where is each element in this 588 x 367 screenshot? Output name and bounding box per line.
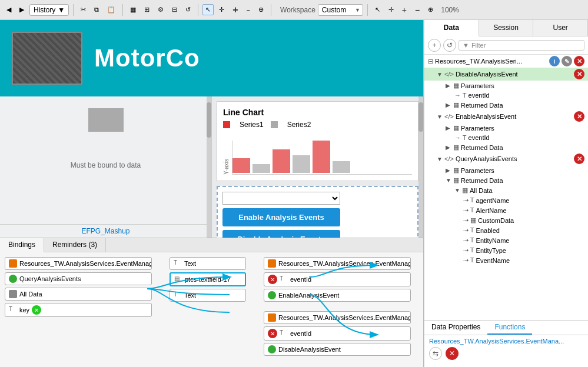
move2-button[interactable]: ✛ <box>386 4 397 15</box>
history-dropdown[interactable]: History ▼ <box>29 4 69 16</box>
tree-item-disable-eventid[interactable]: → T eventId <box>424 91 588 100</box>
bind-label-textfield: ptcs-textfield-17 <box>185 276 231 283</box>
cut-button[interactable]: ✂ <box>78 4 89 15</box>
forward-button[interactable]: ▶ <box>16 4 27 15</box>
disable-expand[interactable]: ▼ <box>437 71 443 78</box>
enable-expand[interactable]: ▼ <box>437 114 443 120</box>
enable-params-expand[interactable]: ▶ <box>446 125 451 131</box>
tree-item-disable-returned[interactable]: ▶ ▦ Returned Data <box>424 100 588 110</box>
tree-item-EntityName[interactable]: ⇢ T EntityName <box>424 235 588 245</box>
tree-item-EventName[interactable]: ⇢ T EventName <box>424 255 588 265</box>
bind-box-eventid2: ✕ T eventId <box>264 326 411 341</box>
disable-delete-btn[interactable]: ✕ <box>574 69 584 79</box>
tree-item-disable-params[interactable]: ▶ ▦ Parameters <box>424 81 588 91</box>
query-delete-btn[interactable]: ✕ <box>574 154 584 164</box>
sidebar-bottom-tab-functions[interactable]: Functions <box>487 321 532 335</box>
query-returned-expand[interactable]: ▼ <box>446 177 451 184</box>
sidebar-tab-data[interactable]: Data <box>424 20 479 36</box>
pointer2-button[interactable]: ↖ <box>372 4 383 15</box>
back-button[interactable]: ◀ <box>4 4 14 15</box>
add2-button[interactable]: + <box>399 4 410 16</box>
refresh-data-btn[interactable]: ↺ <box>443 39 456 52</box>
sidebar-tab-user[interactable]: User <box>533 20 588 36</box>
alldata-expand[interactable]: ▼ <box>454 187 460 193</box>
tree-root-delete[interactable]: ✕ <box>574 56 584 66</box>
sidebar-bottom: Data Properties Functions Resources_TW.A… <box>424 320 588 367</box>
chart-legend: Series1 Series2 <box>223 121 412 129</box>
disable-params-expand[interactable]: ▶ <box>446 82 451 89</box>
query-icon-disable <box>268 345 276 353</box>
zoom-fit-button[interactable]: ⊕ <box>255 4 267 15</box>
bind-col-right: Resources_TW.AnalysisServices.EventManag… <box>264 257 411 362</box>
query-params-expand[interactable]: ▶ <box>446 167 451 174</box>
mashup-label[interactable]: EFPG_Mashup <box>0 224 211 238</box>
tree-item-EntityType[interactable]: ⇢ T EntityType <box>424 245 588 255</box>
delete-eventid2-btn[interactable]: ✕ <box>268 329 277 338</box>
tree-item-enable[interactable]: ▼ </> EnableAnalysisEvent ✕ <box>424 110 588 123</box>
right-scroll[interactable] <box>418 96 423 238</box>
bottom-share-btn[interactable]: ⇆ <box>429 347 442 360</box>
enable-button[interactable]: Enable Analysis Events <box>222 208 340 226</box>
tree-root[interactable]: ⊟ Resources_TW.AnalysisSeri... i ✎ ✕ <box>424 55 588 68</box>
add-button[interactable]: + <box>230 3 241 17</box>
tree-item-enable-returned[interactable]: ▶ ▦ Returned Data <box>424 142 588 152</box>
enable-returned-expand[interactable]: ▶ <box>446 144 451 151</box>
layout-button[interactable]: ▦ <box>127 4 139 15</box>
tab-reminders[interactable]: Reminders (3) <box>44 238 106 252</box>
tree-item-agentName[interactable]: ⇢ T agentName <box>424 195 588 205</box>
tree-item-query[interactable]: ▼ </> QueryAnalysisEvents ✕ <box>424 152 588 165</box>
zoom-circle-button[interactable]: ⊕ <box>425 4 436 15</box>
disable-button[interactable]: Disable Analysis Events <box>222 230 340 238</box>
add-data-btn[interactable]: + <box>428 39 441 52</box>
tab-bindings[interactable]: Bindings <box>0 238 44 252</box>
pointer-button[interactable]: ↖ <box>202 4 214 15</box>
returned-icon-enable: ▦ <box>453 144 459 151</box>
EntityName-label: EntityName <box>476 237 584 244</box>
left-scroll[interactable] <box>207 96 211 238</box>
refresh-button[interactable]: ↺ <box>182 4 194 15</box>
bottom-delete-btn[interactable]: ✕ <box>446 347 459 360</box>
bind-label-table: All Data <box>19 291 42 298</box>
enable-delete-btn[interactable]: ✕ <box>574 111 584 122</box>
bind-box-textfield: ▤ ptcs-textfield-17 <box>170 272 246 286</box>
y-axis-label: Y-axis <box>223 159 230 175</box>
tree-item-disable[interactable]: ▼ </> DisableAnalysisEvent ✕ <box>424 68 588 81</box>
sidebar-toolbar: + ↺ ▼ Filter <box>424 36 588 55</box>
sidebar-bottom-tab-dataprops[interactable]: Data Properties <box>424 321 487 335</box>
copy-button[interactable]: ⧉ <box>91 4 102 15</box>
bind-label-db2: Resources_TW.AnalysisServices.EventManag… <box>278 260 411 267</box>
subtract-button[interactable]: − <box>412 4 423 16</box>
bind-col-middle: T Text ▤ ptcs-textfield-17 T Text <box>170 257 246 362</box>
settings-button[interactable]: ⚙ <box>155 4 167 15</box>
tree-item-enable-eventid[interactable]: → T eventId <box>424 133 588 142</box>
tree-item-enable-params[interactable]: ▶ ▦ Parameters <box>424 123 588 133</box>
tree-item-query-returned[interactable]: ▼ ▦ Returned Data <box>424 175 588 185</box>
grid-button[interactable]: ⊞ <box>141 4 152 15</box>
divider-1 <box>73 4 74 16</box>
move-button[interactable]: ✛ <box>216 4 227 15</box>
tree-item-query-params[interactable]: ▶ ▦ Parameters <box>424 165 588 175</box>
root-db-icon: ⊟ <box>428 58 433 65</box>
tree-item-AlertName[interactable]: ⇢ T AlertName <box>424 205 588 215</box>
tree-item-Enabled[interactable]: ⇢ T Enabled <box>424 225 588 235</box>
delete-key-btn[interactable]: ✕ <box>32 305 41 315</box>
divider-2 <box>122 4 123 16</box>
tree-root-info[interactable]: i <box>549 56 560 66</box>
sidebar-tab-session[interactable]: Session <box>479 20 534 36</box>
tree-item-alldata[interactable]: ▼ ▦ All Data <box>424 185 588 195</box>
tree-root-edit[interactable]: ✎ <box>562 56 572 66</box>
history-chevron-icon: ▼ <box>58 6 65 14</box>
zoom-in-button[interactable]: − <box>244 5 253 15</box>
divider-4 <box>271 4 271 16</box>
delete-eventid1-btn[interactable]: ✕ <box>268 275 277 284</box>
query-expand[interactable]: ▼ <box>437 156 443 162</box>
disable-returned-expand[interactable]: ▶ <box>446 102 451 108</box>
paste-button[interactable]: 📋 <box>104 4 118 15</box>
grid2-button[interactable]: ⊟ <box>169 4 180 15</box>
workspace-select[interactable]: Custom Default Compact <box>318 4 363 16</box>
divider-5 <box>367 4 368 16</box>
query-label: QueryAnalysisEvents <box>456 155 572 162</box>
dropdown-select[interactable] <box>222 192 340 205</box>
app-header: MotorCo <box>0 20 423 96</box>
tree-item-CustomData[interactable]: ⇢ ▦ CustomData <box>424 215 588 225</box>
